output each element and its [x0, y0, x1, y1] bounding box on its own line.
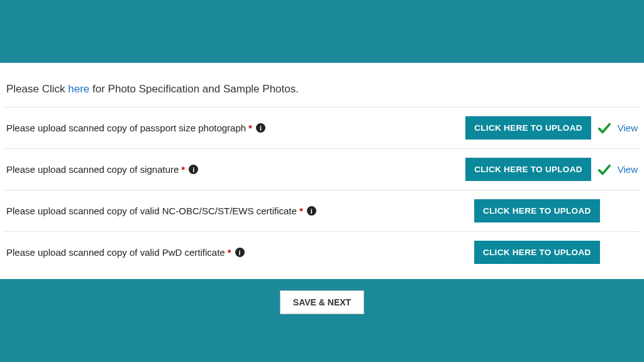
view-link[interactable]: View — [618, 123, 638, 133]
photo-spec-line: Please Click here for Photo Specificatio… — [4, 75, 640, 107]
upload-label-text: Please upload scanned copy of valid PwD … — [6, 247, 225, 258]
upload-label-text: Please upload scanned copy of signature — [6, 164, 179, 175]
upload-row-photograph: Please upload scanned copy of passport s… — [4, 107, 640, 148]
upload-label: Please upload scanned copy of signature … — [6, 164, 465, 175]
footer-bar: SAVE & NEXT — [0, 290, 644, 314]
upload-label: Please upload scanned copy of passport s… — [6, 123, 465, 133]
upload-label-text: Please upload scanned copy of passport s… — [6, 123, 246, 133]
photo-spec-link[interactable]: here — [68, 83, 89, 95]
upload-row-pwd-certificate: Please upload scanned copy of valid PwD … — [4, 231, 640, 273]
required-marker: * — [248, 123, 252, 133]
upload-label: Please upload scanned copy of valid PwD … — [6, 247, 474, 258]
upload-button[interactable]: CLICK HERE TO UPLOAD — [465, 158, 591, 181]
upload-button[interactable]: CLICK HERE TO UPLOAD — [465, 116, 591, 140]
required-marker: * — [181, 164, 185, 175]
required-marker: * — [299, 206, 303, 216]
spec-suffix: for Photo Specification and Sample Photo… — [89, 83, 299, 95]
upload-button[interactable]: CLICK HERE TO UPLOAD — [474, 241, 600, 264]
info-icon[interactable]: i — [307, 206, 316, 216]
upload-button[interactable]: CLICK HERE TO UPLOAD — [474, 199, 600, 222]
info-icon[interactable]: i — [235, 248, 245, 257]
upload-label-text: Please upload scanned copy of valid NC-O… — [6, 206, 297, 216]
upload-actions: CLICK HERE TO UPLOAD View — [465, 116, 638, 140]
check-icon — [597, 121, 611, 135]
spec-prefix: Please Click — [6, 83, 68, 95]
upload-actions: CLICK HERE TO UPLOAD — [474, 199, 638, 222]
save-next-button[interactable]: SAVE & NEXT — [280, 290, 364, 314]
upload-actions: CLICK HERE TO UPLOAD — [474, 241, 638, 264]
upload-row-signature: Please upload scanned copy of signature … — [4, 148, 640, 190]
check-icon — [597, 163, 611, 177]
upload-label: Please upload scanned copy of valid NC-O… — [6, 206, 474, 216]
info-icon[interactable]: i — [189, 165, 198, 174]
upload-panel: Please Click here for Photo Specificatio… — [0, 63, 644, 279]
view-link[interactable]: View — [618, 164, 638, 175]
upload-row-caste-certificate: Please upload scanned copy of valid NC-O… — [4, 190, 640, 231]
info-icon[interactable]: i — [256, 123, 265, 133]
upload-actions: CLICK HERE TO UPLOAD View — [465, 158, 638, 181]
required-marker: * — [228, 247, 231, 258]
